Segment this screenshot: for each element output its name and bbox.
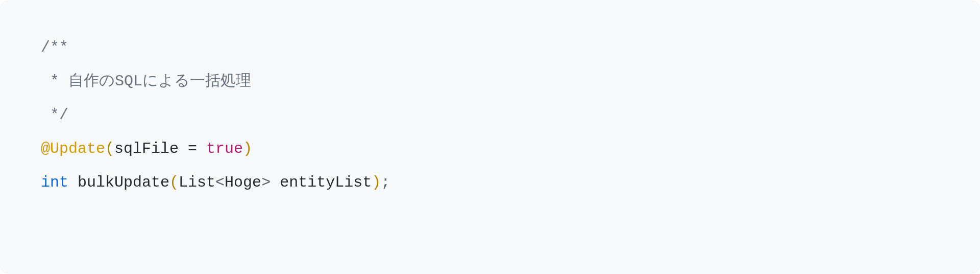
code-block: /** * 自作のSQLによる一括処理 */ @Update(sqlFile =… (0, 0, 980, 274)
method-paren-close: ) (372, 174, 381, 191)
annotation-value: true (206, 140, 243, 157)
paren-close: ) (243, 140, 252, 157)
annotation-param: sqlFile (114, 140, 179, 157)
angle-open: < (215, 174, 225, 191)
comment-body: * 自作のSQLによる一括処理 (41, 64, 939, 98)
angle-close: > (261, 174, 271, 191)
annotation-line: @Update(sqlFile = true) (41, 132, 939, 166)
method-paren-open: ( (169, 174, 179, 191)
annotation-name: Update (50, 140, 105, 157)
annotation-at: @ (41, 140, 50, 157)
return-type: int (41, 174, 68, 191)
param-type-inner: Hoge (225, 174, 261, 191)
param-type-outer: List (179, 174, 215, 191)
comment-close: */ (41, 98, 939, 132)
annotation-eq: = (179, 140, 206, 157)
method-signature-line: int bulkUpdate(List<Hoge> entityList); (41, 166, 939, 199)
paren-open: ( (105, 140, 114, 157)
space-1 (68, 174, 78, 191)
space-2 (271, 174, 280, 191)
param-name: entityList (280, 174, 372, 191)
comment-open: /** (41, 31, 939, 64)
method-name: bulkUpdate (78, 174, 169, 191)
semicolon: ; (381, 174, 390, 191)
